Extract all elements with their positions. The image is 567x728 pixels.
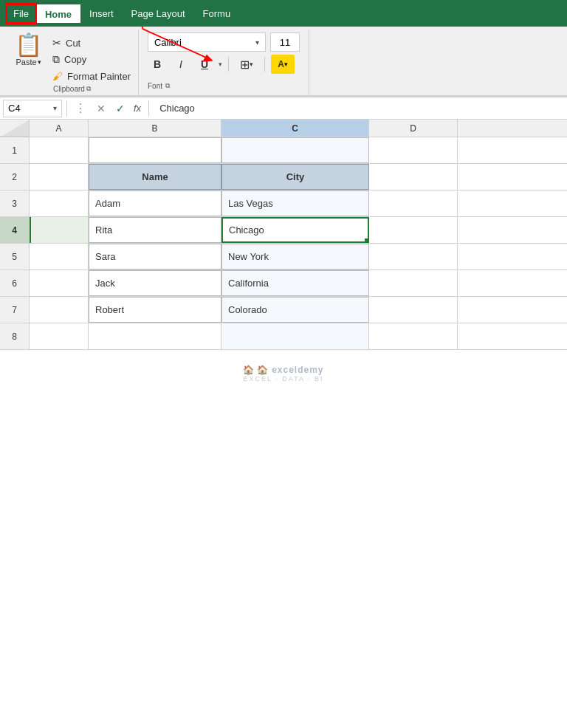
data-rows: 1 2 Name City 3 Adam Las Vegas 4 Rita bbox=[0, 137, 567, 350]
bold-button[interactable]: B bbox=[148, 55, 167, 74]
cell-d3[interactable] bbox=[369, 190, 458, 216]
cell-c8[interactable] bbox=[221, 323, 369, 349]
borders-arrow[interactable]: ▾ bbox=[250, 61, 253, 68]
row-num-7[interactable]: 7 bbox=[0, 297, 30, 323]
cell-c1[interactable] bbox=[221, 137, 369, 163]
row-num-2[interactable]: 2 bbox=[0, 164, 30, 190]
cell-c4[interactable]: Chicago bbox=[221, 217, 369, 243]
cell-b3[interactable]: Adam bbox=[89, 190, 221, 216]
row-num-1[interactable]: 1 bbox=[0, 137, 30, 163]
formula-dots-icon: ⋮ bbox=[72, 100, 89, 117]
row-num-4[interactable]: 4 bbox=[0, 217, 30, 243]
paste-label: Paste bbox=[16, 58, 36, 66]
format-painter-button[interactable]: 🖌 Format Painter bbox=[49, 69, 134, 83]
font-size-input[interactable] bbox=[270, 32, 300, 52]
cell-a8[interactable] bbox=[30, 323, 89, 349]
highlight-arrow[interactable]: ▾ bbox=[284, 61, 288, 68]
italic-button[interactable]: I bbox=[171, 55, 190, 74]
underline-button[interactable]: U bbox=[195, 55, 214, 74]
borders-icon: ⊞ bbox=[240, 58, 250, 72]
paste-dropdown-arrow[interactable]: ▾ bbox=[38, 58, 41, 66]
cell-a2[interactable] bbox=[30, 164, 89, 190]
cell-c6[interactable]: California bbox=[221, 270, 369, 296]
cell-b4[interactable]: Rita bbox=[89, 217, 221, 243]
cell-b7[interactable]: Robert bbox=[89, 297, 221, 323]
cell-c2[interactable]: City bbox=[221, 164, 369, 190]
select-all-button[interactable] bbox=[0, 120, 30, 137]
cell-reference-box[interactable]: C4 ▾ bbox=[3, 100, 62, 117]
cell-d1[interactable] bbox=[369, 137, 458, 163]
cell-d4[interactable] bbox=[369, 217, 458, 243]
cell-d8[interactable] bbox=[369, 323, 458, 349]
formula-action-buttons: ⋮ ✕ ✓ bbox=[72, 100, 128, 117]
cell-c3[interactable]: Las Vegas bbox=[221, 190, 369, 216]
watermark-subtext: EXCEL · DATA · BI bbox=[0, 375, 567, 382]
row-num-6[interactable]: 6 bbox=[0, 270, 30, 296]
watermark-icon: 🏠 bbox=[243, 365, 254, 375]
copy-button[interactable]: ⧉ Copy bbox=[49, 52, 134, 67]
formula-bar-divider-2 bbox=[148, 100, 149, 117]
font-group-label: Font bbox=[148, 82, 162, 90]
formulas-menu-item[interactable]: Formu bbox=[194, 4, 240, 24]
cell-d5[interactable] bbox=[369, 244, 458, 269]
borders-button[interactable]: ⊞ ▾ bbox=[235, 55, 258, 74]
watermark: 🏠 🏠 exceldemy EXCEL · DATA · BI bbox=[0, 350, 567, 390]
column-header-row: A B C D bbox=[0, 120, 567, 137]
formula-cancel-button[interactable]: ✕ bbox=[94, 101, 109, 116]
fill-handle[interactable] bbox=[365, 238, 369, 243]
home-menu-item[interactable]: Home bbox=[36, 3, 80, 24]
cut-icon: ✂ bbox=[52, 37, 61, 49]
formula-bar-divider-1 bbox=[66, 100, 67, 117]
copy-icon: ⧉ bbox=[52, 53, 60, 66]
cut-button[interactable]: ✂ Cut bbox=[49, 35, 134, 50]
font-name-selector[interactable]: Calibri ▾ bbox=[148, 32, 266, 52]
col-c-label: C bbox=[292, 123, 298, 134]
clipboard-actions: ✂ Cut ⧉ Copy 🖌 Format Painter bbox=[49, 32, 134, 83]
col-header-c[interactable]: C bbox=[221, 120, 369, 137]
cell-b8[interactable] bbox=[89, 323, 221, 349]
row-num-8[interactable]: 8 bbox=[0, 323, 30, 349]
paste-button[interactable]: 📋 Paste ▾ bbox=[10, 32, 47, 68]
cell-a1[interactable] bbox=[30, 137, 89, 163]
underline-arrow[interactable]: ▾ bbox=[219, 61, 222, 68]
page-layout-menu-item[interactable]: Page Layout bbox=[123, 4, 194, 24]
col-header-d[interactable]: D bbox=[369, 120, 458, 137]
cell-d6[interactable] bbox=[369, 270, 458, 296]
cell-d7[interactable] bbox=[369, 297, 458, 323]
table-row: 1 bbox=[0, 137, 567, 164]
cell-b5[interactable]: Sara bbox=[89, 244, 221, 269]
col-d-label: D bbox=[410, 123, 416, 134]
table-row: 5 Sara New York bbox=[0, 244, 567, 270]
font-dropdown-arrow[interactable]: ▾ bbox=[255, 38, 259, 47]
font-expand-icon[interactable]: ⧉ bbox=[165, 82, 170, 90]
row-num-3[interactable]: 3 bbox=[0, 190, 30, 216]
cell-b1[interactable] bbox=[89, 137, 221, 163]
spreadsheet: A B C D 1 2 Name City bbox=[0, 120, 567, 390]
cell-a5[interactable] bbox=[30, 244, 89, 269]
table-row: 7 Robert Colorado bbox=[0, 297, 567, 323]
cell-ref-dropdown[interactable]: ▾ bbox=[53, 104, 57, 112]
cell-d2[interactable] bbox=[369, 164, 458, 190]
cell-a3[interactable] bbox=[30, 190, 89, 216]
clipboard-expand-icon[interactable]: ⧉ bbox=[86, 85, 91, 93]
row-num-5[interactable]: 5 bbox=[0, 244, 30, 269]
clipboard-group-label: Clipboard bbox=[53, 85, 85, 93]
cell-b6[interactable]: Jack bbox=[89, 270, 221, 296]
col-header-b[interactable]: B bbox=[89, 120, 221, 137]
table-row: 2 Name City bbox=[0, 164, 567, 190]
formula-confirm-button[interactable]: ✓ bbox=[113, 101, 128, 116]
font-group: Calibri ▾ B I U ▾ ⊞ ▾ A ▾ bbox=[139, 30, 309, 95]
cell-a4[interactable] bbox=[30, 217, 89, 243]
highlight-button[interactable]: A ▾ bbox=[271, 55, 295, 74]
cut-label: Cut bbox=[66, 38, 80, 49]
file-menu-item[interactable]: File bbox=[6, 4, 36, 24]
cell-b2[interactable]: Name bbox=[89, 164, 221, 190]
cell-a7[interactable] bbox=[30, 297, 89, 323]
cell-a6[interactable] bbox=[30, 270, 89, 296]
cell-c5[interactable]: New York bbox=[221, 244, 369, 269]
cell-c7[interactable]: Colorado bbox=[221, 297, 369, 323]
format-painter-icon: 🖌 bbox=[52, 70, 63, 82]
insert-menu-item[interactable]: Insert bbox=[80, 4, 123, 24]
col-header-a[interactable]: A bbox=[30, 120, 89, 137]
watermark-brand: 🏠 exceldemy bbox=[257, 365, 324, 375]
